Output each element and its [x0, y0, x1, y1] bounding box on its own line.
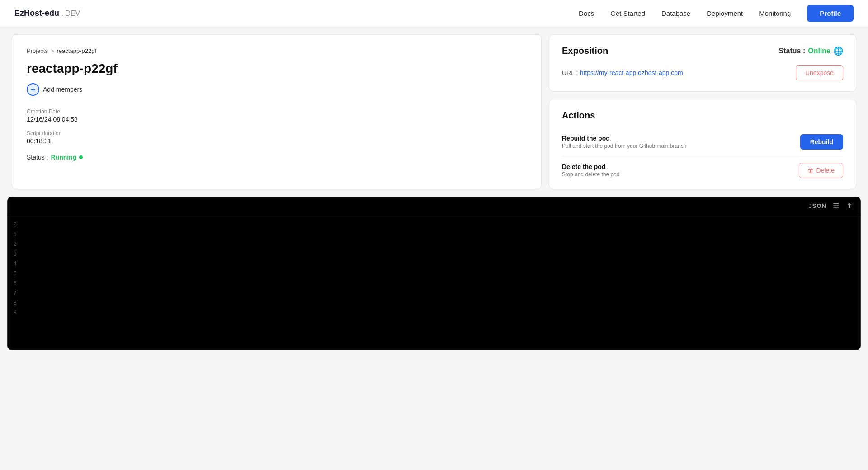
terminal-lines-icon[interactable]: ☰ [832, 201, 840, 211]
nav-docs[interactable]: Docs [579, 9, 594, 17]
online-status-label: Status : [779, 47, 806, 55]
terminal-body: 0123456789 [8, 215, 860, 324]
delete-name: Delete the pod [562, 163, 799, 170]
add-members-icon: + [27, 83, 39, 96]
nav-monitoring[interactable]: Monitoring [759, 9, 791, 17]
url-label: URL : [562, 69, 578, 76]
project-status-row: Status : Running [27, 154, 527, 161]
nav-deployment[interactable]: Deployment [707, 9, 743, 17]
rebuild-name: Rebuild the pod [562, 135, 800, 142]
breadcrumb-current: reactapp-p22gf [57, 47, 96, 54]
navbar: EzHost-edu . DEV Docs Get Started Databa… [0, 0, 868, 27]
exposition-card: Exposition Status : Online 🌐 URL : https… [549, 34, 856, 92]
rebuild-info: Rebuild the pod Pull and start the pod f… [562, 135, 800, 149]
online-status-section: Status : Online 🌐 [779, 46, 843, 56]
creation-date-label: Creation Date [27, 108, 527, 115]
actions-title: Actions [562, 110, 843, 121]
rebuild-button[interactable]: Rebuild [800, 134, 843, 150]
url-row: URL : https://my-react-app.ezhost-app.co… [562, 65, 843, 80]
exposition-title: Exposition [562, 46, 608, 56]
breadcrumb: Projects > reactapp-p22gf [27, 47, 527, 54]
terminal-download-icon[interactable]: ⬆ [845, 201, 853, 211]
terminal-section: JSON ☰ ⬆ 0123456789 [7, 197, 861, 350]
url-section: URL : https://my-react-app.ezhost-app.co… [562, 69, 683, 77]
actions-card: Actions Rebuild the pod Pull and start t… [549, 99, 856, 189]
unexpose-button[interactable]: Unexpose [796, 65, 843, 80]
brand-name: EzHost-edu [14, 9, 59, 18]
terminal-content[interactable] [22, 219, 860, 320]
exposition-card-header: Exposition Status : Online 🌐 [562, 46, 843, 56]
trash-icon: 🗑 [807, 167, 814, 174]
delete-row: Delete the pod Stop and delete the pod 🗑… [562, 156, 843, 178]
status-label: Status : [27, 154, 48, 161]
terminal-toolbar: JSON ☰ ⬆ [8, 197, 860, 215]
breadcrumb-projects[interactable]: Projects [27, 47, 48, 54]
rebuild-row: Rebuild the pod Pull and start the pod f… [562, 128, 843, 156]
dev-badge: . DEV [59, 9, 80, 17]
breadcrumb-separator: > [51, 47, 54, 54]
project-panel: Projects > reactapp-p22gf reactapp-p22gf… [12, 34, 542, 189]
delete-button[interactable]: 🗑 Delete [799, 163, 843, 178]
main-content: Projects > reactapp-p22gf reactapp-p22gf… [5, 27, 863, 197]
project-title: reactapp-p22gf [27, 61, 527, 76]
status-value: Running [51, 154, 76, 161]
script-duration-section: Script duration 00:18:31 [27, 130, 527, 145]
online-status-value: Online [808, 47, 830, 55]
nav-get-started[interactable]: Get Started [610, 9, 645, 17]
brand-logo: EzHost-edu . DEV [14, 9, 80, 18]
right-panel: Exposition Status : Online 🌐 URL : https… [549, 34, 856, 189]
nav-links: Docs Get Started Database Deployment Mon… [579, 5, 854, 22]
nav-database[interactable]: Database [661, 9, 690, 17]
delete-button-label: Delete [816, 167, 835, 174]
creation-date-section: Creation Date 12/16/24 08:04:58 [27, 108, 527, 123]
rebuild-desc: Pull and start the pod from your Github … [562, 143, 800, 149]
profile-button[interactable]: Profile [807, 5, 854, 22]
url-link[interactable]: https://my-react-app.ezhost-app.com [580, 69, 683, 76]
delete-desc: Stop and delete the pod [562, 171, 799, 178]
delete-info: Delete the pod Stop and delete the pod [562, 163, 799, 178]
add-members-label: Add members [43, 86, 82, 93]
json-label: JSON [809, 202, 826, 209]
line-numbers: 0123456789 [8, 219, 22, 320]
globe-icon: 🌐 [833, 46, 843, 56]
creation-date-value: 12/16/24 08:04:58 [27, 116, 527, 123]
script-duration-value: 00:18:31 [27, 137, 527, 145]
add-members-button[interactable]: + Add members [27, 83, 82, 96]
status-indicator-dot [79, 155, 83, 159]
script-duration-label: Script duration [27, 130, 527, 136]
